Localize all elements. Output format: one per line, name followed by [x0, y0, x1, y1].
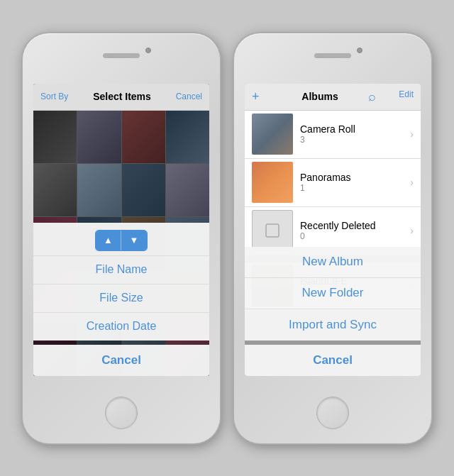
album-row-panoramas[interactable]: Panoramas 1 ›	[245, 159, 421, 207]
home-button[interactable]	[105, 397, 138, 429]
photo-cell[interactable]	[166, 111, 209, 163]
album-info-camera-roll: Camera Roll 3	[300, 123, 410, 145]
albums-search-button[interactable]: ⌕	[368, 89, 388, 104]
sort-option-filename[interactable]: File Name	[33, 255, 209, 284]
right-phone: + Albums ⌕ Edit Camera Roll 3 ›	[233, 33, 432, 444]
select-items-title: Select Items	[93, 91, 151, 102]
albums-nav-actions: ⌕ Edit	[368, 89, 414, 104]
photo-cell[interactable]	[77, 111, 121, 163]
cancel-nav-button[interactable]: Cancel	[176, 92, 202, 101]
album-name-recently-deleted: Recently Deleted	[300, 220, 410, 231]
albums-cancel-button[interactable]: Cancel	[245, 345, 421, 376]
new-folder-button[interactable]: New Folder	[245, 278, 421, 309]
left-phone: Sort By Select Items Cancel	[22, 33, 221, 444]
album-count-camera-roll: 3	[300, 135, 410, 145]
albums-action-sheet: New Album New Folder Import and Sync Can…	[245, 247, 421, 376]
select-items-navbar: Sort By Select Items Cancel	[33, 84, 209, 111]
photo-cell[interactable]	[122, 111, 165, 163]
left-screen-content: Sort By Select Items Cancel	[33, 84, 209, 376]
sort-option-creationdate[interactable]: Creation Date	[33, 312, 209, 341]
sort-option-filesize[interactable]: File Size	[33, 284, 209, 312]
album-row-camera-roll[interactable]: Camera Roll 3 ›	[245, 111, 421, 159]
album-name-panoramas: Panoramas	[300, 172, 410, 183]
album-info-panoramas: Panoramas 1	[300, 172, 410, 193]
new-album-button[interactable]: New Album	[245, 247, 421, 278]
sort-by-button[interactable]: Sort By	[40, 92, 68, 101]
camera-dot-right	[357, 48, 362, 53]
left-screen: Sort By Select Items Cancel	[33, 84, 209, 376]
svg-rect-0	[266, 224, 279, 237]
album-name-camera-roll: Camera Roll	[300, 123, 410, 135]
sort-ascending-button[interactable]: ▲	[96, 231, 121, 250]
chevron-icon: ›	[410, 128, 414, 140]
album-thumb-panoramas	[252, 162, 293, 203]
albums-title: Albums	[272, 91, 368, 102]
album-count-panoramas: 1	[300, 183, 410, 193]
speaker-grille	[103, 53, 140, 58]
chevron-icon: ›	[410, 225, 414, 236]
photo-cell[interactable]	[77, 164, 121, 216]
home-button-right[interactable]	[316, 397, 349, 429]
import-sync-button[interactable]: Import and Sync	[245, 309, 421, 341]
speaker-grille-right	[314, 53, 351, 58]
album-info-recently-deleted: Recently Deleted 0	[300, 220, 410, 241]
albums-edit-button[interactable]: Edit	[394, 89, 414, 104]
chevron-icon: ›	[410, 177, 414, 188]
sort-action-sheet: ▲ ▼ File Name File Size Creation Date Ca…	[33, 223, 209, 376]
photo-cell[interactable]	[122, 164, 165, 216]
sort-direction-controls: ▲ ▼	[33, 223, 209, 255]
albums-navbar: + Albums ⌕ Edit	[245, 84, 421, 111]
albums-options-list: New Album New Folder Import and Sync	[245, 247, 421, 341]
photo-cell[interactable]	[166, 164, 209, 216]
album-thumb-recently-deleted	[252, 210, 293, 251]
photo-cell[interactable]	[33, 164, 77, 216]
camera-dot	[145, 48, 151, 53]
sort-toggle-group: ▲ ▼	[95, 230, 148, 251]
albums-add-button[interactable]: +	[252, 89, 272, 104]
photo-cell[interactable]	[33, 111, 77, 163]
sort-options-list: File Name File Size Creation Date	[33, 255, 209, 341]
sort-descending-button[interactable]: ▼	[121, 231, 147, 250]
album-thumb-camera-roll	[252, 114, 293, 155]
sort-cancel-button[interactable]: Cancel	[33, 345, 209, 376]
album-count-recently-deleted: 0	[300, 231, 410, 241]
right-screen-content: + Albums ⌕ Edit Camera Roll 3 ›	[245, 84, 421, 376]
right-screen: + Albums ⌕ Edit Camera Roll 3 ›	[245, 84, 421, 376]
